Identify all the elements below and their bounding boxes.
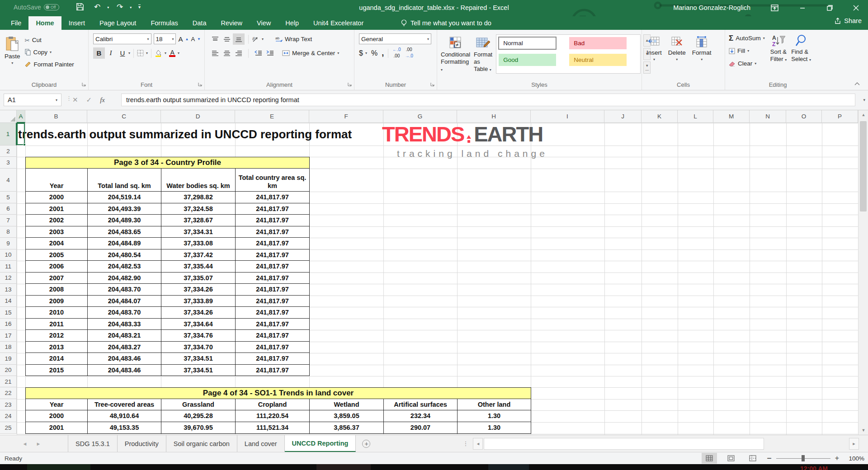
row-header-4[interactable]: 4 bbox=[0, 169, 17, 192]
fill-button[interactable]: Fill▾ bbox=[729, 45, 765, 56]
table-cell[interactable]: 2003 bbox=[25, 226, 87, 238]
table-cell[interactable]: 204,484.07 bbox=[87, 296, 161, 307]
collapse-ribbon-button[interactable] bbox=[854, 79, 860, 87]
conditional-formatting-button[interactable]: ≠ ConditionalFormatting ▾ bbox=[441, 33, 470, 74]
align-left-button[interactable] bbox=[209, 47, 221, 59]
bold-button[interactable]: B bbox=[93, 47, 105, 59]
table-cell[interactable]: 204,480.54 bbox=[87, 249, 161, 261]
table-cell[interactable]: 241,817.97 bbox=[235, 353, 310, 365]
table-cell[interactable]: 241,817.97 bbox=[235, 249, 310, 261]
table-cell[interactable]: 39,670.95 bbox=[161, 422, 235, 434]
row-header-19[interactable]: 19 bbox=[0, 353, 17, 365]
font-name-combo[interactable]: Calibri▾ bbox=[93, 33, 151, 44]
table-cell[interactable]: 204,483.46 bbox=[87, 365, 161, 376]
table-cell[interactable]: 2012 bbox=[25, 330, 87, 342]
user-name[interactable]: Mariano Gonzalez-Roglich bbox=[673, 4, 750, 11]
row-header-15[interactable]: 15 bbox=[0, 307, 17, 319]
merge-center-button[interactable]: Merge & Center▾ bbox=[282, 47, 339, 59]
ribbon-tab-file[interactable]: File bbox=[4, 16, 28, 30]
table-cell[interactable]: 2007 bbox=[25, 273, 87, 284]
fill-color-button[interactable]: ▾ bbox=[155, 47, 166, 59]
column-header-K[interactable]: K bbox=[642, 110, 678, 123]
table-cell[interactable]: 1.30 bbox=[457, 410, 531, 422]
table-cell[interactable]: 2004 bbox=[25, 238, 87, 249]
table-cell[interactable]: 3,859.05 bbox=[309, 410, 383, 422]
table-cell[interactable]: 204,484.89 bbox=[87, 238, 161, 249]
cell-style-normal[interactable]: Normal bbox=[499, 37, 556, 49]
row-header-1[interactable]: 1 bbox=[0, 123, 17, 146]
table-cell[interactable]: 241,817.97 bbox=[235, 296, 310, 307]
table-cell[interactable]: 37,334.70 bbox=[161, 342, 235, 353]
ribbon-tab-insert[interactable]: Insert bbox=[61, 16, 92, 30]
bottom-align-button[interactable] bbox=[233, 33, 245, 45]
table-cell[interactable]: 2001 bbox=[25, 422, 87, 434]
row-header-17[interactable]: 17 bbox=[0, 330, 17, 342]
table-cell[interactable]: 37,298.82 bbox=[161, 192, 235, 203]
formula-input[interactable]: trends.earth output summarized in UNCCD … bbox=[121, 94, 855, 106]
row-header-20[interactable]: 20 bbox=[0, 365, 17, 376]
row-header-5[interactable]: 5 bbox=[0, 192, 17, 203]
column-header-G[interactable]: G bbox=[383, 110, 457, 123]
table-cell[interactable]: 241,817.97 bbox=[235, 261, 310, 273]
table-cell[interactable]: 37,328.67 bbox=[161, 215, 235, 226]
column-header-P[interactable]: P bbox=[822, 110, 858, 123]
select-all-corner[interactable] bbox=[0, 110, 17, 123]
table-cell[interactable]: 49,153.35 bbox=[87, 422, 161, 434]
column-header-I[interactable]: I bbox=[531, 110, 604, 123]
row-header-13[interactable]: 13 bbox=[0, 284, 17, 296]
copy-button[interactable]: Copy▾ bbox=[25, 47, 74, 58]
table-cell[interactable]: 3,856.37 bbox=[309, 422, 383, 434]
table-cell[interactable]: 204,483.21 bbox=[87, 330, 161, 342]
column-header-B[interactable]: B bbox=[25, 110, 87, 123]
table-cell[interactable]: 241,817.97 bbox=[235, 330, 310, 342]
cancel-formula-button[interactable]: ✕ bbox=[72, 96, 78, 104]
table-cell[interactable]: 241,817.97 bbox=[235, 284, 310, 296]
top-align-button[interactable] bbox=[209, 33, 221, 45]
table-cell[interactable]: 2000 bbox=[25, 410, 87, 422]
borders-button[interactable]: ▾ bbox=[137, 47, 148, 59]
accounting-format-button[interactable]: $▾ bbox=[359, 47, 367, 59]
column-header-A[interactable]: A bbox=[17, 110, 25, 123]
insert-cells-button[interactable]: Insert▾ bbox=[646, 33, 662, 61]
table-cell[interactable]: 204,482.53 bbox=[87, 261, 161, 273]
row-header-9[interactable]: 9 bbox=[0, 238, 17, 249]
name-box[interactable]: A1▾ bbox=[4, 94, 61, 106]
grow-font-button[interactable]: A▲ bbox=[178, 33, 189, 45]
row-header-22[interactable]: 22 bbox=[0, 387, 17, 399]
clear-button[interactable]: Clear▾ bbox=[729, 58, 765, 69]
horizontal-scrollbar[interactable]: ◄ ► bbox=[473, 438, 859, 449]
table-cell[interactable]: 204,483.70 bbox=[87, 284, 161, 296]
table-cell[interactable]: 241,817.97 bbox=[235, 192, 310, 203]
table-cell[interactable]: 37,324.58 bbox=[161, 203, 235, 215]
share-button[interactable]: Share bbox=[834, 17, 862, 24]
table-cell[interactable]: 241,817.97 bbox=[235, 319, 310, 330]
table-cell[interactable]: 2001 bbox=[25, 203, 87, 215]
table-cell[interactable]: 2005 bbox=[25, 249, 87, 261]
normal-view-button[interactable] bbox=[702, 453, 717, 464]
tell-me-box[interactable]: Tell me what you want to do bbox=[401, 16, 491, 30]
number-dialog-launcher[interactable] bbox=[430, 80, 434, 88]
table-cell[interactable]: 2010 bbox=[25, 307, 87, 319]
ribbon-tab-page-layout[interactable]: Page Layout bbox=[92, 16, 143, 30]
row-header-8[interactable]: 8 bbox=[0, 226, 17, 238]
table-cell[interactable]: 2011 bbox=[25, 319, 87, 330]
table-cell[interactable]: 37,334.51 bbox=[161, 353, 235, 365]
sheet-tab-productivity[interactable]: Productivity bbox=[118, 435, 166, 452]
worksheet-grid[interactable]: ABCDEFGHIJKLMNOP123456789101112131415161… bbox=[0, 110, 858, 435]
row-header-11[interactable]: 11 bbox=[0, 261, 17, 273]
vertical-scrollbar[interactable]: ▲ ▼ bbox=[858, 110, 868, 435]
table-cell[interactable]: 111,220.54 bbox=[235, 410, 309, 422]
scroll-down-button[interactable]: ▼ bbox=[859, 426, 868, 435]
table-cell[interactable]: 241,817.97 bbox=[235, 215, 310, 226]
table-cell[interactable]: 37,333.08 bbox=[161, 238, 235, 249]
table-cell[interactable]: 1.30 bbox=[457, 422, 531, 434]
zoom-percentage[interactable]: 100% bbox=[845, 455, 864, 462]
table-cell[interactable]: 37,334.26 bbox=[161, 307, 235, 319]
row-header-7[interactable]: 7 bbox=[0, 215, 17, 226]
table-cell[interactable]: 290.07 bbox=[383, 422, 457, 434]
column-header-E[interactable]: E bbox=[235, 110, 309, 123]
sheet-tab-sdg-15-3-1[interactable]: SDG 15.3.1 bbox=[68, 435, 118, 452]
table-cell[interactable]: 48,910.64 bbox=[87, 410, 161, 422]
row-header-23[interactable]: 23 bbox=[0, 399, 17, 410]
row-header-25[interactable]: 25 bbox=[0, 422, 17, 434]
